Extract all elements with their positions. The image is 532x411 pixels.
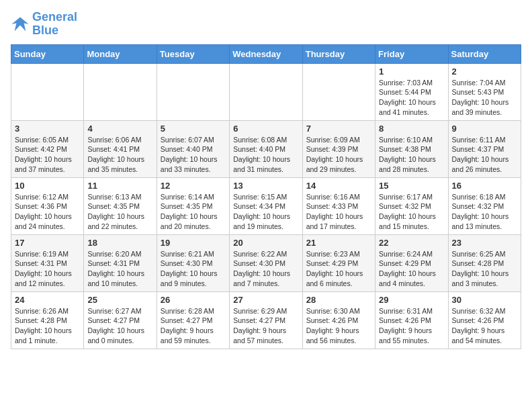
day-number: 24 bbox=[15, 295, 80, 305]
day-header-thursday: Thursday bbox=[302, 44, 375, 63]
calendar-week-3: 10Sunrise: 6:12 AM Sunset: 4:36 PM Dayli… bbox=[11, 177, 521, 234]
day-header-saturday: Saturday bbox=[448, 44, 521, 63]
day-number: 9 bbox=[452, 124, 517, 134]
calendar-cell: 29Sunrise: 6:31 AM Sunset: 4:26 PM Dayli… bbox=[375, 291, 448, 349]
day-number: 8 bbox=[379, 124, 444, 134]
calendar-cell: 12Sunrise: 6:14 AM Sunset: 4:35 PM Dayli… bbox=[157, 177, 229, 234]
day-number: 22 bbox=[379, 238, 444, 248]
day-info: Sunrise: 6:28 AM Sunset: 4:27 PM Dayligh… bbox=[161, 306, 226, 346]
day-info: Sunrise: 6:22 AM Sunset: 4:30 PM Dayligh… bbox=[233, 249, 298, 289]
calendar-cell bbox=[11, 63, 84, 120]
calendar-cell bbox=[302, 63, 375, 120]
day-info: Sunrise: 6:26 AM Sunset: 4:28 PM Dayligh… bbox=[15, 306, 80, 346]
calendar-cell: 5Sunrise: 6:07 AM Sunset: 4:40 PM Daylig… bbox=[157, 120, 229, 177]
day-number: 23 bbox=[452, 238, 517, 248]
calendar-cell: 15Sunrise: 6:17 AM Sunset: 4:32 PM Dayli… bbox=[375, 177, 448, 234]
day-info: Sunrise: 6:29 AM Sunset: 4:27 PM Dayligh… bbox=[233, 306, 298, 346]
day-info: Sunrise: 7:04 AM Sunset: 5:43 PM Dayligh… bbox=[452, 78, 517, 118]
day-number: 3 bbox=[15, 124, 80, 134]
calendar-header-row: SundayMondayTuesdayWednesdayThursdayFrid… bbox=[11, 44, 521, 63]
logo: General Blue bbox=[11, 11, 77, 38]
day-info: Sunrise: 6:21 AM Sunset: 4:30 PM Dayligh… bbox=[161, 249, 226, 289]
calendar-week-1: 1Sunrise: 7:03 AM Sunset: 5:44 PM Daylig… bbox=[11, 63, 521, 120]
day-number: 12 bbox=[161, 181, 226, 191]
calendar-cell bbox=[230, 63, 302, 120]
day-number: 21 bbox=[306, 238, 371, 248]
calendar-cell: 7Sunrise: 6:09 AM Sunset: 4:39 PM Daylig… bbox=[302, 120, 375, 177]
day-number: 4 bbox=[87, 124, 152, 134]
day-number: 14 bbox=[306, 181, 371, 191]
calendar-cell: 16Sunrise: 6:18 AM Sunset: 4:32 PM Dayli… bbox=[448, 177, 521, 234]
day-info: Sunrise: 6:32 AM Sunset: 4:26 PM Dayligh… bbox=[452, 306, 517, 346]
day-header-tuesday: Tuesday bbox=[157, 44, 229, 63]
calendar-cell: 20Sunrise: 6:22 AM Sunset: 4:30 PM Dayli… bbox=[230, 234, 302, 291]
calendar-cell: 30Sunrise: 6:32 AM Sunset: 4:26 PM Dayli… bbox=[448, 291, 521, 349]
page-header: General Blue bbox=[11, 11, 521, 38]
day-info: Sunrise: 6:12 AM Sunset: 4:36 PM Dayligh… bbox=[15, 192, 80, 232]
calendar-cell: 27Sunrise: 6:29 AM Sunset: 4:27 PM Dayli… bbox=[230, 291, 302, 349]
calendar-cell: 23Sunrise: 6:25 AM Sunset: 4:28 PM Dayli… bbox=[448, 234, 521, 291]
day-number: 7 bbox=[306, 124, 371, 134]
calendar-cell: 1Sunrise: 7:03 AM Sunset: 5:44 PM Daylig… bbox=[375, 63, 448, 120]
day-info: Sunrise: 6:08 AM Sunset: 4:40 PM Dayligh… bbox=[233, 135, 298, 175]
day-number: 26 bbox=[161, 295, 226, 305]
calendar-cell: 13Sunrise: 6:15 AM Sunset: 4:34 PM Dayli… bbox=[230, 177, 302, 234]
calendar-cell: 2Sunrise: 7:04 AM Sunset: 5:43 PM Daylig… bbox=[448, 63, 521, 120]
calendar-cell: 3Sunrise: 6:05 AM Sunset: 4:42 PM Daylig… bbox=[11, 120, 84, 177]
calendar-cell: 9Sunrise: 6:11 AM Sunset: 4:37 PM Daylig… bbox=[448, 120, 521, 177]
day-number: 28 bbox=[306, 295, 371, 305]
calendar-cell: 21Sunrise: 6:23 AM Sunset: 4:29 PM Dayli… bbox=[302, 234, 375, 291]
day-info: Sunrise: 6:20 AM Sunset: 4:31 PM Dayligh… bbox=[87, 249, 152, 289]
calendar-cell bbox=[157, 63, 229, 120]
calendar-cell: 25Sunrise: 6:27 AM Sunset: 4:27 PM Dayli… bbox=[84, 291, 157, 349]
day-info: Sunrise: 6:13 AM Sunset: 4:35 PM Dayligh… bbox=[87, 192, 152, 232]
calendar-cell: 24Sunrise: 6:26 AM Sunset: 4:28 PM Dayli… bbox=[11, 291, 84, 349]
calendar-cell: 22Sunrise: 6:24 AM Sunset: 4:29 PM Dayli… bbox=[375, 234, 448, 291]
day-info: Sunrise: 6:25 AM Sunset: 4:28 PM Dayligh… bbox=[452, 249, 517, 289]
day-number: 6 bbox=[233, 124, 298, 134]
day-number: 15 bbox=[379, 181, 444, 191]
day-number: 29 bbox=[379, 295, 444, 305]
calendar-cell: 11Sunrise: 6:13 AM Sunset: 4:35 PM Dayli… bbox=[84, 177, 157, 234]
calendar-cell: 19Sunrise: 6:21 AM Sunset: 4:30 PM Dayli… bbox=[157, 234, 229, 291]
calendar-cell: 17Sunrise: 6:19 AM Sunset: 4:31 PM Dayli… bbox=[11, 234, 84, 291]
calendar-cell bbox=[84, 63, 157, 120]
day-info: Sunrise: 6:06 AM Sunset: 4:41 PM Dayligh… bbox=[87, 135, 152, 175]
day-info: Sunrise: 7:03 AM Sunset: 5:44 PM Dayligh… bbox=[379, 78, 444, 118]
day-info: Sunrise: 6:24 AM Sunset: 4:29 PM Dayligh… bbox=[379, 249, 444, 289]
day-number: 16 bbox=[452, 181, 517, 191]
day-info: Sunrise: 6:19 AM Sunset: 4:31 PM Dayligh… bbox=[15, 249, 80, 289]
day-header-sunday: Sunday bbox=[11, 44, 84, 63]
day-number: 5 bbox=[161, 124, 226, 134]
day-info: Sunrise: 6:17 AM Sunset: 4:32 PM Dayligh… bbox=[379, 192, 444, 232]
logo-bird-icon bbox=[11, 15, 30, 34]
day-info: Sunrise: 6:27 AM Sunset: 4:27 PM Dayligh… bbox=[87, 306, 152, 346]
day-number: 11 bbox=[87, 181, 152, 191]
day-info: Sunrise: 6:10 AM Sunset: 4:38 PM Dayligh… bbox=[379, 135, 444, 175]
calendar-cell: 26Sunrise: 6:28 AM Sunset: 4:27 PM Dayli… bbox=[157, 291, 229, 349]
calendar-week-5: 24Sunrise: 6:26 AM Sunset: 4:28 PM Dayli… bbox=[11, 291, 521, 349]
svg-marker-0 bbox=[11, 17, 28, 31]
day-number: 1 bbox=[379, 66, 444, 77]
day-info: Sunrise: 6:14 AM Sunset: 4:35 PM Dayligh… bbox=[161, 192, 226, 232]
day-header-friday: Friday bbox=[375, 44, 448, 63]
day-number: 30 bbox=[452, 295, 517, 305]
day-info: Sunrise: 6:11 AM Sunset: 4:37 PM Dayligh… bbox=[452, 135, 517, 175]
calendar-cell: 4Sunrise: 6:06 AM Sunset: 4:41 PM Daylig… bbox=[84, 120, 157, 177]
day-header-monday: Monday bbox=[84, 44, 157, 63]
day-info: Sunrise: 6:23 AM Sunset: 4:29 PM Dayligh… bbox=[306, 249, 371, 289]
day-info: Sunrise: 6:31 AM Sunset: 4:26 PM Dayligh… bbox=[379, 306, 444, 346]
day-number: 19 bbox=[161, 238, 226, 248]
day-info: Sunrise: 6:30 AM Sunset: 4:26 PM Dayligh… bbox=[306, 306, 371, 346]
logo-text: General Blue bbox=[32, 11, 77, 38]
day-header-wednesday: Wednesday bbox=[230, 44, 302, 63]
day-info: Sunrise: 6:15 AM Sunset: 4:34 PM Dayligh… bbox=[233, 192, 298, 232]
calendar-cell: 18Sunrise: 6:20 AM Sunset: 4:31 PM Dayli… bbox=[84, 234, 157, 291]
calendar-cell: 8Sunrise: 6:10 AM Sunset: 4:38 PM Daylig… bbox=[375, 120, 448, 177]
calendar-week-4: 17Sunrise: 6:19 AM Sunset: 4:31 PM Dayli… bbox=[11, 234, 521, 291]
day-number: 18 bbox=[87, 238, 152, 248]
day-number: 17 bbox=[15, 238, 80, 248]
calendar-cell: 6Sunrise: 6:08 AM Sunset: 4:40 PM Daylig… bbox=[230, 120, 302, 177]
day-info: Sunrise: 6:18 AM Sunset: 4:32 PM Dayligh… bbox=[452, 192, 517, 232]
day-number: 27 bbox=[233, 295, 298, 305]
